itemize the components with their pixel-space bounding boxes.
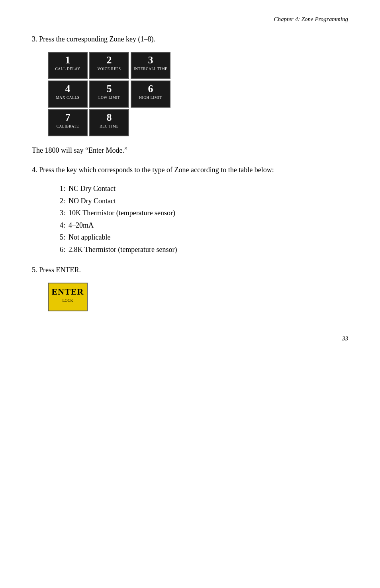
key-number-4: 4 bbox=[65, 84, 71, 94]
key-label-7: CALIBRATE bbox=[57, 124, 79, 128]
key-number-6: 6 bbox=[148, 84, 153, 94]
zone-num: 5: bbox=[56, 231, 65, 244]
zone-desc: NC Dry Contact bbox=[69, 185, 116, 193]
zone-desc: 2.8K Thermistor (temperature sensor) bbox=[69, 246, 177, 254]
keypad-grid: 1CALL DELAY2VOICE REPS3INTERCALL TIME4MA… bbox=[48, 52, 348, 136]
key-label-1: CALL DELAY bbox=[55, 67, 80, 71]
list-item: 5:Not applicable bbox=[56, 231, 348, 244]
key-label-8: REC TIME bbox=[100, 124, 119, 128]
list-item: 3:10K Thermistor (temperature sensor) bbox=[56, 207, 348, 219]
key-label-4: MAX CALLS bbox=[56, 96, 79, 100]
zone-desc: 4–20mA bbox=[69, 221, 94, 229]
zone-num: 6: bbox=[56, 244, 65, 256]
zone-desc: Not applicable bbox=[69, 233, 110, 241]
zone-num: 1: bbox=[56, 183, 65, 195]
key-number-2: 2 bbox=[107, 55, 112, 65]
key-btn-5[interactable]: 5LOW LIMIT bbox=[89, 81, 129, 108]
zone-num: 2: bbox=[56, 195, 65, 207]
enter-key-label: ENTER bbox=[52, 287, 84, 297]
key-number-3: 3 bbox=[148, 55, 153, 65]
key-label-6: HIGH LIMIT bbox=[139, 96, 162, 100]
key-btn-7[interactable]: 7CALIBRATE bbox=[48, 109, 88, 136]
key-number-8: 8 bbox=[107, 112, 112, 123]
key-empty bbox=[131, 109, 170, 136]
enter-mode-text: The 1800 will say “Enter Mode.” bbox=[32, 145, 348, 156]
zone-desc: 10K Thermistor (temperature sensor) bbox=[69, 209, 175, 217]
key-btn-1[interactable]: 1CALL DELAY bbox=[48, 52, 88, 79]
key-label-3: INTERCALL TIME bbox=[134, 67, 168, 71]
page-number: 33 bbox=[32, 335, 348, 342]
chapter-title: Chapter 4: Zone Programming bbox=[274, 16, 348, 22]
zone-desc: NO Dry Contact bbox=[69, 197, 116, 205]
zone-type-list: 1:NC Dry Contact2:NO Dry Contact3:10K Th… bbox=[56, 183, 348, 256]
key-number-5: 5 bbox=[107, 84, 112, 94]
key-label-2: VOICE REPS bbox=[97, 67, 121, 71]
step5-text: 5. Press ENTER. bbox=[32, 265, 348, 275]
list-item: 6:2.8K Thermistor (temperature sensor) bbox=[56, 244, 348, 256]
list-item: 4:4–20mA bbox=[56, 219, 348, 232]
enter-key-sublabel: LOCK bbox=[62, 298, 73, 303]
zone-num: 4: bbox=[56, 219, 65, 232]
step4-text: 4. Press the key which corresponds to th… bbox=[32, 165, 348, 175]
list-item: 2:NO Dry Contact bbox=[56, 195, 348, 207]
zone-num: 3: bbox=[56, 207, 65, 219]
key-btn-8[interactable]: 8REC TIME bbox=[89, 109, 129, 136]
key-btn-2[interactable]: 2VOICE REPS bbox=[89, 52, 129, 79]
key-number-7: 7 bbox=[65, 112, 71, 123]
key-btn-6[interactable]: 6HIGH LIMIT bbox=[131, 81, 170, 108]
key-label-5: LOW LIMIT bbox=[98, 96, 120, 100]
chapter-header: Chapter 4: Zone Programming bbox=[32, 16, 348, 23]
key-btn-3[interactable]: 3INTERCALL TIME bbox=[131, 52, 170, 79]
enter-button[interactable]: ENTER LOCK bbox=[48, 283, 88, 311]
key-number-1: 1 bbox=[65, 55, 71, 65]
step3-text: 3. Press the corresponding Zone key (1–8… bbox=[32, 34, 348, 45]
list-item: 1:NC Dry Contact bbox=[56, 183, 348, 195]
key-btn-4[interactable]: 4MAX CALLS bbox=[48, 81, 88, 108]
